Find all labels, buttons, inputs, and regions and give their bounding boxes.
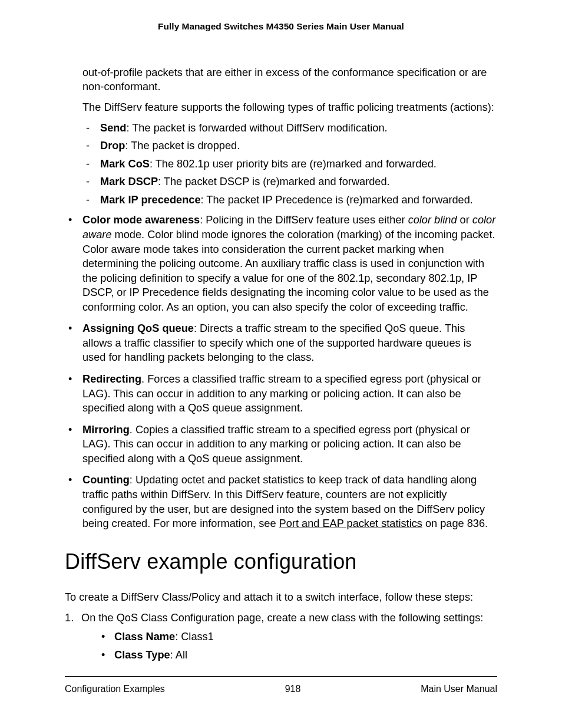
- step-sublist: Class Name: Class1 Class Type: All: [98, 630, 497, 662]
- body-para: out-of-profile packets that are either i…: [82, 65, 497, 94]
- term: Mirroring: [82, 424, 130, 436]
- term: Mark DSCP: [100, 176, 158, 187]
- list-item: Mirroring. Copies a classified traffic s…: [65, 423, 497, 466]
- list-item: Class Name: Class1: [98, 630, 497, 644]
- page-footer: Configuration Examples 918 Main User Man…: [65, 676, 497, 696]
- body-para: The DiffServ feature supports the follow…: [82, 100, 497, 115]
- text: : Policing in the DiffServ feature uses …: [200, 214, 408, 226]
- list-item: Mark IP precedence: The packet IP Preced…: [82, 193, 497, 207]
- desc: : The packet IP Precedence is (re)marked…: [201, 194, 473, 206]
- text: or: [457, 214, 472, 226]
- list-item: Counting: Updating octet and packet stat…: [65, 473, 497, 531]
- list-item: Mark CoS: The 802.1p user priority bits …: [82, 157, 497, 172]
- list-item: Send: The packet is forwarded without Di…: [82, 121, 497, 136]
- list-item: Drop: The packet is dropped.: [82, 139, 497, 153]
- doc-header: Fully Managed Switches M4350 Series Main…: [65, 21, 497, 33]
- action-list: Send: The packet is forwarded without Di…: [82, 121, 497, 207]
- term: Mark CoS: [100, 158, 150, 170]
- section-heading: DiffServ example configuration: [65, 548, 497, 577]
- term: Drop: [100, 140, 125, 151]
- page-number: 918: [285, 683, 301, 696]
- step-text: On the QoS Class Configuration page, cre…: [81, 612, 483, 624]
- footer-left: Configuration Examples: [65, 683, 165, 696]
- term: Color mode awareness: [82, 214, 200, 226]
- desc: : The 802.1p user priority bits are (re)…: [150, 158, 437, 170]
- text: on page 836.: [422, 518, 488, 529]
- italic-text: color blind: [408, 214, 457, 226]
- footer-rule: [65, 676, 497, 677]
- list-item: Class Type: All: [98, 648, 497, 663]
- feature-list: Color mode awareness: Policing in the Di…: [65, 213, 497, 531]
- term: Assigning QoS queue: [82, 322, 194, 334]
- desc: : The packet DSCP is (re)marked and forw…: [158, 176, 390, 187]
- term: Class Type: [114, 649, 170, 661]
- term: Redirecting: [82, 373, 141, 385]
- term: Class Name: [114, 631, 175, 643]
- term: Mark IP precedence: [100, 194, 201, 206]
- list-item: Mark DSCP: The packet DSCP is (re)marked…: [82, 174, 497, 189]
- desc: : The packet is forwarded without DiffSe…: [126, 122, 387, 134]
- text: mode. Color blind mode ignores the color…: [82, 229, 495, 313]
- desc: : The packet is dropped.: [125, 140, 240, 151]
- cross-reference-link[interactable]: Port and EAP packet statistics: [279, 518, 422, 529]
- text: . Copies a classified traffic stream to …: [82, 424, 470, 465]
- term: Counting: [82, 474, 130, 486]
- list-item: Redirecting. Forces a classified traffic…: [65, 372, 497, 416]
- desc: : All: [170, 649, 187, 661]
- list-item: Assigning QoS queue: Directs a traffic s…: [65, 321, 497, 365]
- footer-right: Main User Manual: [421, 683, 497, 696]
- text: . Forces a classified traffic stream to …: [82, 373, 481, 414]
- list-item: Color mode awareness: Policing in the Di…: [65, 213, 497, 314]
- steps-list: On the QoS Class Configuration page, cre…: [65, 611, 497, 663]
- step-item: On the QoS Class Configuration page, cre…: [65, 611, 497, 663]
- footer-row: Configuration Examples 918 Main User Man…: [65, 683, 497, 696]
- body-para: To create a DiffServ Class/Policy and at…: [65, 590, 497, 605]
- desc: : Class1: [175, 631, 214, 643]
- page: Fully Managed Switches M4350 Series Main…: [0, 0, 562, 728]
- term: Send: [100, 122, 126, 134]
